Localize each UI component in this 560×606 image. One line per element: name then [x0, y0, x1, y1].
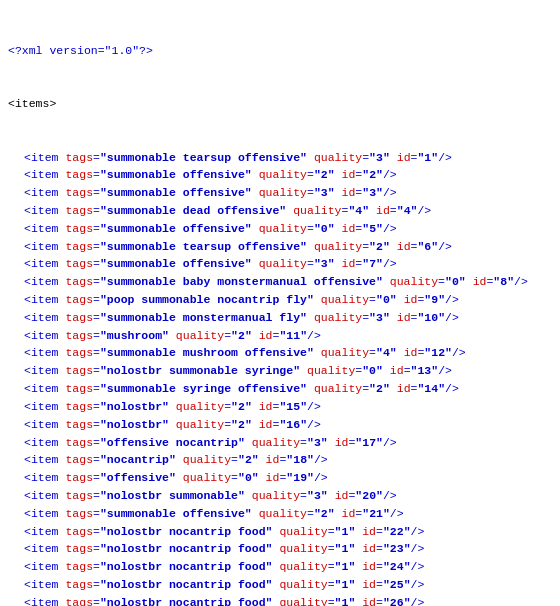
- tag-name: item: [31, 436, 59, 449]
- attr-value-quality: "2": [231, 329, 252, 342]
- attr-name-id: id: [335, 436, 349, 449]
- attr-name-quality: quality: [314, 311, 362, 324]
- attr-name-tags: tags: [65, 311, 93, 324]
- attr-name-id: id: [362, 596, 376, 606]
- attr-value-id: "19": [286, 471, 314, 484]
- attr-value-quality: "1": [335, 542, 356, 555]
- attr-value-id: "2": [362, 168, 383, 181]
- attr-name-id: id: [390, 364, 404, 377]
- tag-bracket: <: [24, 346, 31, 359]
- attr-value-quality: "2": [314, 168, 335, 181]
- tag-bracket: <: [24, 471, 31, 484]
- tag-bracket: <: [24, 168, 31, 181]
- tag-name: item: [31, 525, 59, 538]
- attr-value-quality: "3": [369, 311, 390, 324]
- tag-name: item: [31, 275, 59, 288]
- tag-bracket: <: [24, 382, 31, 395]
- tag-bracket: <: [24, 453, 31, 466]
- item-line: <item tags="nolostbr nocantrip food" qua…: [8, 540, 552, 558]
- attr-name-id: id: [362, 578, 376, 591]
- item-line: <item tags="summonable dead offensive" q…: [8, 202, 552, 220]
- attr-value-id: "8": [493, 275, 514, 288]
- tag-name: item: [31, 311, 59, 324]
- tag-name: item: [31, 257, 59, 270]
- attr-name-id: id: [376, 204, 390, 217]
- item-line: <item tags="offensive" quality="0" id="1…: [8, 469, 552, 487]
- attr-name-id: id: [342, 257, 356, 270]
- attr-value-id: "16": [279, 418, 307, 431]
- tag-name: item: [31, 151, 59, 164]
- attr-name-id: id: [404, 293, 418, 306]
- attr-value-tags: "offensive nocantrip": [100, 436, 245, 449]
- tag-bracket: <: [24, 329, 31, 342]
- tag-name: item: [31, 560, 59, 573]
- attr-name-quality: quality: [321, 293, 369, 306]
- attr-name-id: id: [342, 168, 356, 181]
- tag-name: item: [31, 542, 59, 555]
- attr-value-quality: "3": [314, 186, 335, 199]
- attr-name-tags: tags: [65, 364, 93, 377]
- attr-name-id: id: [259, 329, 273, 342]
- attr-value-quality: "2": [369, 240, 390, 253]
- tag-bracket: <: [24, 257, 31, 270]
- attr-value-quality: "4": [376, 346, 397, 359]
- tag-bracket: <: [24, 204, 31, 217]
- tag-bracket: <: [24, 525, 31, 538]
- attr-name-quality: quality: [279, 525, 327, 538]
- attr-name-tags: tags: [65, 542, 93, 555]
- attr-name-id: id: [397, 382, 411, 395]
- item-line: <item tags="poop summonable nocantrip fl…: [8, 291, 552, 309]
- attr-value-tags: "summonable syringe offensive": [100, 382, 307, 395]
- attr-value-tags: "summonable baby monstermanual offensive…: [100, 275, 383, 288]
- attr-value-quality: "4": [348, 204, 369, 217]
- attr-value-quality: "2": [314, 507, 335, 520]
- attr-name-id: id: [342, 186, 356, 199]
- attr-name-quality: quality: [293, 204, 341, 217]
- attr-name-quality: quality: [252, 489, 300, 502]
- item-line: <item tags="summonable offensive" qualit…: [8, 166, 552, 184]
- item-line: <item tags="nolostbr nocantrip food" qua…: [8, 576, 552, 594]
- tag-name: item: [31, 346, 59, 359]
- item-line: <item tags="summonable tearsup offensive…: [8, 238, 552, 256]
- item-line: <item tags="summonable syringe offensive…: [8, 380, 552, 398]
- attr-value-id: "14": [417, 382, 445, 395]
- attr-name-tags: tags: [65, 453, 93, 466]
- item-line: <item tags="nolostbr summonable" quality…: [8, 487, 552, 505]
- item-line: <item tags="nolostbr" quality="2" id="15…: [8, 398, 552, 416]
- attr-name-id: id: [259, 418, 273, 431]
- xml-content: <?xml version="1.0"?> <items> <item tags…: [8, 6, 552, 606]
- attr-name-quality: quality: [279, 578, 327, 591]
- tag-name: item: [31, 471, 59, 484]
- attr-name-tags: tags: [65, 168, 93, 181]
- attr-value-tags: "nolostbr nocantrip food": [100, 596, 273, 606]
- attr-value-id: "1": [417, 151, 438, 164]
- attr-name-quality: quality: [259, 222, 307, 235]
- item-line: <item tags="nocantrip" quality="2" id="1…: [8, 451, 552, 469]
- attr-value-id: "21": [362, 507, 390, 520]
- tag-bracket: <: [24, 311, 31, 324]
- attr-value-tags: "poop summonable nocantrip fly": [100, 293, 314, 306]
- attr-value-id: "9": [424, 293, 445, 306]
- item-line: <item tags="summonable offensive" qualit…: [8, 220, 552, 238]
- attr-value-quality: "3": [307, 436, 328, 449]
- tag-bracket: <: [24, 436, 31, 449]
- attr-name-quality: quality: [176, 418, 224, 431]
- attr-value-tags: "mushroom": [100, 329, 169, 342]
- attr-value-tags: "nolostbr nocantrip food": [100, 578, 273, 591]
- tag-bracket: <: [24, 418, 31, 431]
- tag-name: item: [31, 364, 59, 377]
- item-line: <item tags="mushroom" quality="2" id="11…: [8, 327, 552, 345]
- tag-name: item: [31, 507, 59, 520]
- attr-value-tags: "nocantrip": [100, 453, 176, 466]
- attr-value-tags: "summonable tearsup offensive": [100, 151, 307, 164]
- item-line: <item tags="summonable tearsup offensive…: [8, 149, 552, 167]
- attr-name-quality: quality: [176, 329, 224, 342]
- attr-value-tags: "summonable offensive": [100, 257, 252, 270]
- attr-name-quality: quality: [279, 560, 327, 573]
- attr-name-quality: quality: [279, 542, 327, 555]
- xml-declaration: <?xml version="1.0"?>: [8, 42, 552, 60]
- attr-name-quality: quality: [321, 346, 369, 359]
- attr-value-quality: "3": [307, 489, 328, 502]
- tag-bracket: <: [24, 400, 31, 413]
- attr-name-quality: quality: [259, 257, 307, 270]
